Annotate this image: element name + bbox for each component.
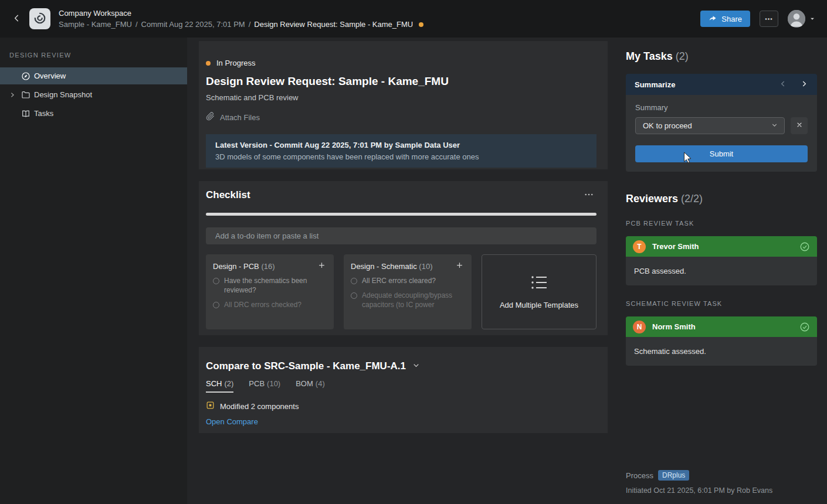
next-task-button[interactable] [800, 80, 808, 90]
check-circle-icon [799, 241, 810, 252]
summary-dropdown-value: OK to proceed [643, 121, 692, 130]
status-label: In Progress [216, 59, 255, 67]
close-icon [796, 121, 803, 130]
sidebar-item-tasks[interactable]: Tasks [0, 105, 187, 122]
reviewers-label: Reviewers [626, 193, 678, 205]
tab-label: BOM [296, 379, 313, 388]
process-label: Process [626, 471, 653, 480]
chevron-down-icon [771, 121, 778, 131]
back-button[interactable] [8, 10, 26, 28]
chevron-down-icon [412, 361, 421, 372]
checklist-menu-button[interactable] [581, 189, 596, 201]
checklist-item-label: Have the schematics been reviewed? [224, 277, 327, 295]
mouse-cursor-icon [683, 152, 693, 165]
share-button-label: Share [721, 15, 742, 23]
page-subtitle: Schematic and PCB review [206, 93, 596, 102]
template-card-count: (10) [419, 262, 432, 271]
breadcrumb-separator: / [135, 20, 138, 29]
list-templates-icon [530, 275, 548, 292]
template-card-pcb: Design - PCB (16) Have the schematics be… [206, 254, 334, 329]
modified-components-label: Modified 2 components [220, 402, 299, 411]
app-logo[interactable] [29, 8, 50, 29]
checklist-item-label: All DRC errors checked? [224, 301, 301, 310]
paperclip-icon [206, 112, 215, 122]
chevron-left-icon [779, 80, 787, 90]
modified-icon [206, 401, 215, 411]
reviewer-comment: PCB assessed. [626, 257, 817, 285]
my-tasks-label: My Tasks [626, 50, 673, 62]
sidebar-item-design-snapshot[interactable]: Design Snapshot [0, 86, 187, 103]
modified-components-row: Modified 2 components [206, 401, 596, 411]
reviewer-header[interactable]: T Trevor Smith [626, 236, 817, 257]
summarize-card-header: Summarize [626, 74, 817, 95]
breadcrumb-separator: / [249, 20, 251, 29]
latest-version-title: Latest Version - Commit Aug 22 2025, 7:0… [215, 141, 587, 149]
tab-count: (4) [316, 379, 325, 388]
template-cards-row: Design - PCB (16) Have the schematics be… [206, 254, 596, 329]
sidebar-item-label: Design Snapshot [34, 90, 92, 99]
share-button[interactable]: Share [700, 11, 750, 27]
chevron-right-icon [800, 80, 808, 90]
my-tasks-count: (2) [676, 50, 689, 62]
user-avatar[interactable] [788, 10, 805, 28]
workspace-title: Company Workspace [59, 9, 423, 18]
summary-dropdown[interactable]: OK to proceed [635, 117, 785, 134]
checkbox-icon[interactable] [351, 278, 357, 284]
tab-count: (10) [267, 379, 280, 388]
checklist-item: Have the schematics been reviewed? [213, 277, 327, 295]
checkbox-icon[interactable] [213, 278, 219, 284]
breadcrumb: Sample - Kame_FMU / Commit Aug 22 2025, … [59, 20, 423, 29]
tasks-book-icon [21, 109, 34, 118]
chevron-right-icon[interactable] [9, 92, 21, 98]
checklist-item: All DRC errors checked? [213, 301, 327, 310]
prev-task-button[interactable] [779, 80, 787, 90]
summarize-card-body: Summary OK to proceed Submit [626, 95, 817, 172]
tab-sch[interactable]: SCH (2) [206, 379, 233, 393]
add-multiple-templates-card[interactable]: Add Multiple Templates [482, 254, 596, 329]
checklist-section: Checklist Design - PCB (16) [199, 181, 608, 335]
chevron-left-icon [12, 13, 22, 25]
compare-tabs: SCH (2) PCB (10) BOM (4) [206, 379, 596, 393]
submit-button[interactable]: Submit [635, 145, 808, 162]
open-compare-link[interactable]: Open Compare [206, 417, 258, 426]
submit-button-label: Submit [710, 149, 733, 158]
clear-summary-button[interactable] [791, 117, 808, 134]
user-menu[interactable] [788, 10, 815, 28]
logo-swirl-icon [33, 12, 46, 26]
template-card-title: Design - PCB [213, 262, 259, 271]
reviewers-title: Reviewers (2/2) [626, 193, 817, 205]
tab-pcb[interactable]: PCB (10) [249, 379, 280, 393]
pcb-review-task-label: PCB REVIEW TASK [626, 220, 817, 227]
breadcrumb-segment-project[interactable]: Sample - Kame_FMU [59, 20, 132, 29]
add-template-button[interactable] [454, 261, 465, 271]
reviewer-card-norm: N Norm Smith Schematic assessed. [626, 316, 817, 366]
chevron-down-icon[interactable] [809, 15, 815, 23]
summarize-title: Summarize [635, 80, 675, 89]
template-card-schematic: Design - Schematic (10) All ERC errors c… [344, 254, 472, 329]
reviewer-comment: Schematic assessed. [626, 337, 817, 366]
checklist-title: Checklist [206, 189, 250, 201]
initiated-text: Initiated Oct 21 2025, 6:01 PM by Rob Ev… [626, 486, 817, 495]
breadcrumb-segment-commit[interactable]: Commit Aug 22 2025, 7:01 PM [141, 20, 245, 29]
checkbox-icon[interactable] [351, 292, 357, 299]
compare-collapse-button[interactable] [412, 361, 421, 372]
sidebar-item-overview[interactable]: Overview [0, 67, 187, 84]
process-badge[interactable]: DRplus [658, 470, 689, 481]
tab-bom[interactable]: BOM (4) [296, 379, 325, 393]
header-titles: Company Workspace Sample - Kame_FMU / Co… [59, 9, 423, 29]
reviewer-avatar: T [633, 240, 646, 253]
todo-input[interactable] [206, 227, 596, 244]
center-column: In Progress Design Review Request: Sampl… [199, 41, 608, 433]
folder-icon [21, 90, 34, 100]
ellipsis-icon [584, 189, 594, 202]
sidebar: DESIGN REVIEW Overview Design Snapshot T… [0, 38, 187, 504]
attach-files-button[interactable]: Attach Files [206, 112, 260, 122]
checkbox-icon[interactable] [213, 302, 219, 308]
checklist-item: Adequate decoupling/bypass capacitors (t… [351, 291, 465, 310]
reviewer-avatar: N [633, 321, 646, 333]
reviewer-header[interactable]: N Norm Smith [626, 316, 817, 337]
template-card-count: (16) [261, 262, 274, 271]
top-header: Company Workspace Sample - Kame_FMU / Co… [0, 0, 827, 38]
more-options-button[interactable]: ••• [760, 11, 778, 27]
add-template-button[interactable] [316, 261, 327, 271]
